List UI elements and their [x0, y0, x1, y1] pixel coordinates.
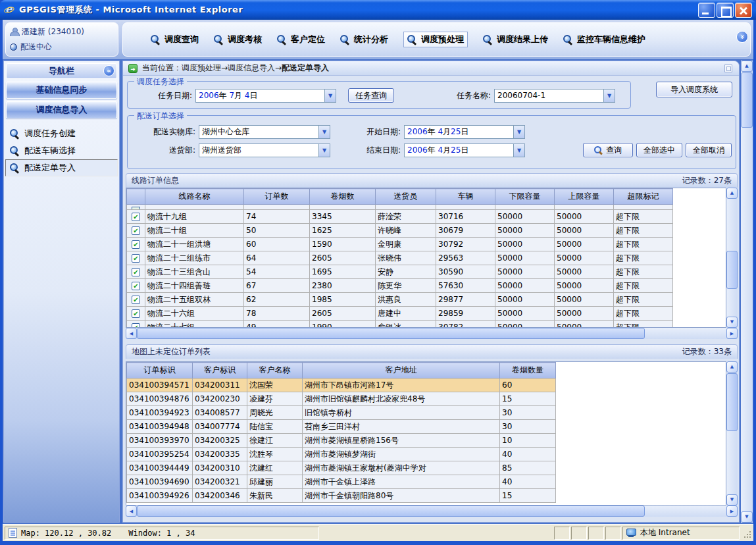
scroll-thumb[interactable]	[741, 72, 753, 128]
scroll-down-icon[interactable]: ▼	[726, 317, 738, 328]
sidebar-group-button[interactable]: 调度信息导入	[6, 101, 117, 118]
delivery-dept-label: 送货部:	[128, 145, 195, 156]
maximize-button[interactable]	[717, 3, 734, 18]
select-all-button[interactable]: 全部选中	[636, 143, 682, 157]
column-header[interactable]: 订单数	[244, 189, 310, 205]
sidebar-item[interactable]: 配送定单导入	[5, 159, 118, 176]
row-checkbox[interactable]: ✔	[132, 213, 140, 221]
task-query-button[interactable]: 任务查询	[348, 88, 394, 103]
dropdown-arrow-icon[interactable]: ▼	[513, 126, 524, 138]
scroll-up-icon[interactable]: ▲	[726, 188, 738, 199]
sidebar-item[interactable]: 配送车辆选择	[4, 142, 119, 159]
dropdown-arrow-icon[interactable]: ▼	[603, 90, 615, 102]
start-date-select[interactable]: 2006年 4月25日 ▼	[404, 125, 525, 139]
unlocated-table-row[interactable]: 034100394690 034200321 邱建丽 湖州市千金镇上泽路 40	[127, 475, 556, 489]
scroll-left-icon[interactable]: ◀	[126, 328, 137, 339]
column-header[interactable]: 客户地址	[303, 363, 500, 378]
unlocated-table-row[interactable]: 034100393970 034200325 徐建江 湖州市菱湖镇星桥路156号…	[127, 434, 556, 448]
task-date-select[interactable]: 2006年 7月 4日 ▼	[195, 89, 336, 103]
column-header[interactable]: 超限标记	[614, 189, 673, 205]
column-header[interactable]: 卷烟数量	[500, 363, 556, 378]
panel-restore-button[interactable]	[724, 65, 732, 72]
route-table-row[interactable]: ✔ 物流二十二组练市 64 2605 张晓伟 29563 50000 50000…	[127, 251, 673, 265]
column-header[interactable]: 线路名称	[145, 189, 244, 205]
resize-grip[interactable]	[742, 527, 751, 539]
unlocated-table-vertical-scrollbar[interactable]: ▲ ▼	[726, 361, 738, 506]
scroll-right-icon[interactable]: ▶	[726, 506, 738, 517]
route-table-row[interactable]: ✔ 物流十九组 74 3345 薛淦荣 30716 50000 50000 超下…	[127, 210, 673, 224]
route-table-horizontal-scrollbar[interactable]: ◀ ▶	[126, 328, 738, 339]
column-header[interactable]: 下限容量	[495, 189, 555, 205]
unlocated-table-row[interactable]: 034100394948 034007774 陆信宝 苕南乡三田洋村 30	[127, 420, 556, 434]
column-header[interactable]: 客户标识	[193, 363, 247, 378]
row-checkbox[interactable]: ✔	[132, 296, 140, 304]
unlocated-table-row[interactable]: 034100394926 034200346 朱新民 湖州市千金镇朝阳路80号 …	[127, 489, 556, 503]
unlocated-table-row[interactable]: 034100395254 034200335 沈胜琴 湖州市菱湖镇梦湖街 40	[127, 448, 556, 461]
main-vertical-scrollbar[interactable]: ▲ ▼	[741, 61, 753, 523]
top-nav-item[interactable]: 调度预处理	[403, 32, 468, 47]
row-checkbox[interactable]: ✔	[132, 309, 140, 318]
scroll-down-icon[interactable]: ▼	[726, 494, 738, 506]
sidebar-collapse-button[interactable]: «	[103, 65, 114, 76]
scroll-thumb[interactable]	[137, 328, 645, 339]
route-table-vertical-scrollbar[interactable]: ▲ ▼	[726, 188, 738, 328]
column-header[interactable]: 上限容量	[555, 189, 614, 205]
query-button[interactable]: 查询	[583, 143, 633, 157]
route-table-row[interactable]: ✔ 物流二十七组 49 1990 俞银冰 30782 50000 50000 超…	[127, 321, 673, 328]
warehouse-select[interactable]: 湖州中心仓库 ▼	[199, 125, 330, 139]
unlocated-table-row[interactable]: 034100394923 034008577 周晓光 旧馆镇寺桥村 30	[127, 406, 556, 420]
row-checkbox[interactable]: ✔	[132, 282, 140, 290]
dropdown-arrow-icon[interactable]: ▼	[324, 90, 336, 102]
dropdown-arrow-icon[interactable]: ▼	[318, 144, 330, 157]
route-table-row[interactable]: ✔ 物流二十一组洪塘 60 1590 金明康 30792 50000 50000…	[127, 238, 673, 251]
top-nav-item[interactable]: 调度查询	[151, 34, 199, 45]
dropdown-arrow-icon[interactable]: ▼	[513, 144, 524, 157]
row-checkbox[interactable]: ✔	[132, 226, 140, 235]
top-nav-item[interactable]: 客户定位	[277, 34, 325, 45]
unlocated-table-row[interactable]: 034100394571 034200311 沈国荣 湖州市下昂镇市河路17号 …	[127, 378, 556, 392]
scroll-right-icon[interactable]: ▶	[726, 328, 738, 339]
column-header[interactable]: 车辆	[436, 189, 495, 205]
unlocated-table-row[interactable]: 034100394449 034200310 沈建红 湖州市菱湖镇王家墩村(菱湖…	[127, 461, 556, 475]
route-table-row[interactable]: ✔ 物流二十组 50 1625 许晓峰 30679 50000 50000 超下…	[127, 224, 673, 238]
row-checkbox[interactable]: ✔	[132, 254, 140, 263]
scroll-thumb[interactable]	[137, 506, 645, 517]
unlocated-table-row[interactable]: 034100394876 034200230 凌建芬 湖州市旧馆镇麒麟村北凌家兜…	[127, 392, 556, 406]
end-date-select[interactable]: 2006年 4月25日 ▼	[404, 143, 525, 157]
route-table-row[interactable]: ✔ 物流二十四组善琏 67 2380 陈更华 57630 50000 50000…	[127, 279, 673, 293]
lower-capacity-cell: 50000	[495, 321, 555, 328]
scroll-thumb[interactable]	[726, 251, 738, 289]
dropdown-arrow-icon[interactable]: ▼	[318, 126, 330, 138]
scroll-up-icon[interactable]: ▲	[741, 61, 753, 72]
scroll-left-icon[interactable]: ◀	[126, 506, 137, 517]
unlocated-table-horizontal-scrollbar[interactable]: ◀ ▶	[126, 506, 738, 517]
delivery-dept-select[interactable]: 湖州送货部 ▼	[199, 143, 330, 157]
sidebar-item[interactable]: 调度任务创建	[4, 125, 119, 142]
minimize-button[interactable]	[698, 3, 715, 18]
scroll-thumb[interactable]	[726, 373, 738, 431]
column-header[interactable]: 送货员	[376, 189, 436, 205]
top-nav-item[interactable]: 监控车辆信息维护	[563, 34, 645, 45]
route-table-row[interactable]: ✔ 物流二十三组含山 54 1695 安静 30590 50000 50000 …	[127, 265, 673, 279]
deselect-all-button[interactable]: 全部取消	[686, 143, 732, 157]
route-table-row[interactable]: ✔ 物流二十六组 78 2605 唐建中 29859 50000 50000 超…	[127, 307, 673, 321]
row-checkbox[interactable]: ✔	[132, 323, 140, 328]
nav-collapse-button[interactable]: »	[736, 31, 748, 43]
top-nav-item[interactable]: 调度考核	[214, 34, 262, 45]
route-table-row[interactable]: ✔ 物流二十五组双林 62 1985 洪惠良 29877 50000 50000…	[127, 293, 673, 307]
column-header[interactable]: 卷烟数	[310, 189, 376, 205]
user-panel: 潘建新 (234010) 配送中心	[5, 22, 118, 57]
column-header[interactable]: 客户名称	[247, 363, 303, 378]
sidebar-group-button[interactable]: 基础信息同步	[6, 82, 117, 99]
import-dispatch-button[interactable]: 导入调度系统	[656, 82, 732, 97]
row-checkbox[interactable]: ✔	[132, 240, 140, 249]
scroll-up-icon[interactable]: ▲	[726, 361, 738, 373]
row-checkbox[interactable]: ✔	[132, 268, 140, 276]
top-nav-item[interactable]: 调度结果上传	[483, 34, 548, 45]
column-header[interactable]: 订单标识	[127, 363, 193, 378]
top-nav-item[interactable]: 统计分析	[340, 34, 388, 45]
scroll-down-icon[interactable]: ▼	[741, 511, 753, 523]
close-button[interactable]	[735, 3, 752, 18]
magnifier-icon	[563, 35, 573, 45]
task-name-select[interactable]: 20060704-1 ▼	[494, 89, 615, 103]
